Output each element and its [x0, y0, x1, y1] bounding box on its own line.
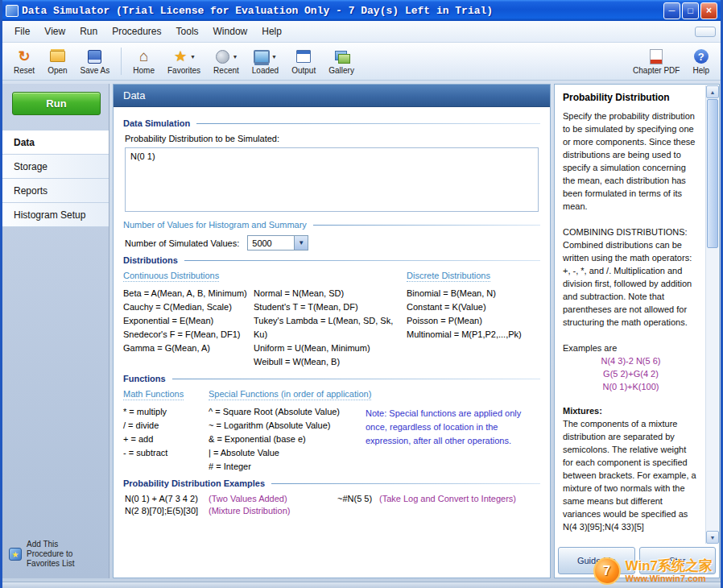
num-simulated-values-label: Number of Simulated Values: — [125, 238, 239, 248]
reset-label: Reset — [14, 66, 35, 75]
toolbar-grip[interactable] — [695, 27, 716, 37]
main-body: Data Simulation Probability Distribution… — [114, 107, 550, 578]
recent-icon — [214, 48, 230, 64]
content-area: Run Data Storage Reports Histogram Setup… — [2, 81, 721, 582]
scroll-up-button[interactable]: ▲ — [706, 85, 719, 98]
distribution-item: Binomial = B(Mean, N) — [407, 287, 540, 300]
section-data-simulation: Data Simulation — [123, 118, 540, 128]
loaded-dropdown-icon[interactable]: ▼ — [271, 54, 277, 60]
close-icon: × — [706, 5, 712, 16]
help-example: N(0 1)+K(100) — [563, 380, 699, 393]
title-bar: Data Simulator (Trial License for Evalua… — [2, 0, 721, 21]
continuous-distributions-heading: Continuous Distributions — [123, 271, 219, 282]
run-button[interactable]: Run — [12, 92, 101, 115]
num-values-dropdown[interactable]: 5000 ▼ — [247, 235, 308, 251]
save-as-label: Save As — [81, 66, 110, 75]
special-function-item: # = Integer — [209, 460, 366, 474]
help-paragraph: Combined distributions can be written us… — [563, 238, 699, 329]
continuous-col-1: Beta = A(Mean, A, B, Minimum) Cauchy = C… — [123, 287, 254, 369]
watermark-url: Www.Winwin7.com — [626, 574, 713, 584]
help-combining-heading: COMBINING DISTRIBUTIONS: — [563, 226, 699, 238]
help-content: Probability Distribution Specify the pro… — [555, 85, 705, 544]
scroll-down-icon: ▼ — [710, 535, 716, 540]
open-button[interactable]: Open — [41, 44, 73, 78]
save-as-button[interactable]: Save As — [74, 44, 117, 78]
reset-button[interactable]: ↻ Reset — [7, 44, 41, 78]
sidebar-item-data[interactable]: Data — [2, 130, 109, 155]
special-function-item: ^ = Square Root (Absolute Value) — [209, 405, 366, 419]
menu-window[interactable]: Window — [206, 23, 255, 40]
math-functions-heading: Math Functions — [123, 389, 184, 400]
special-function-item: ~ = Logarithm (Absolute Value) — [209, 419, 366, 433]
menu-run[interactable]: Run — [72, 23, 105, 40]
scroll-down-button[interactable]: ▼ — [706, 531, 719, 544]
gallery-label: Gallery — [328, 66, 354, 75]
distribution-item: Tukey's Lambda = L(Mean, SD, Sk, Ku) — [254, 314, 407, 342]
dropdown-arrow-button[interactable]: ▼ — [294, 236, 308, 250]
output-window-icon — [295, 48, 312, 64]
help-panel: Probability Distribution Specify the pro… — [554, 84, 720, 578]
maximize-icon: □ — [688, 6, 693, 15]
math-function-item: / = divide — [123, 419, 209, 433]
loaded-button[interactable]: ▼ Loaded — [246, 44, 285, 78]
watermark: 7 Win7系统之家 Www.Winwin7.com — [593, 557, 713, 585]
num-values-selected: 5000 — [248, 238, 294, 248]
sidebar-item-reports[interactable]: Reports — [2, 179, 109, 203]
home-button[interactable]: ⌂ Home — [126, 44, 161, 78]
sidebar-item-histogram-setup[interactable]: Histogram Setup — [2, 203, 109, 227]
window-title: Data Simulator (Trial License for Evalua… — [22, 5, 660, 17]
favorites-shortcut-icon: ★ — [9, 548, 22, 561]
sidebar-item-storage[interactable]: Storage — [2, 155, 109, 179]
toolbar: ↻ Reset Open Save As ⌂ Home ★▼ Favorites… — [2, 43, 721, 81]
menu-bar: File View Run Procedures Tools Window He… — [2, 21, 721, 43]
save-icon — [87, 48, 103, 64]
distribution-item: Beta = A(Mean, A, B, Minimum) — [123, 287, 254, 300]
help-example: G(5 2)+G(4 2) — [563, 367, 699, 380]
distribution-item: Cauchy = C(Median, Scale) — [123, 300, 254, 314]
toolbar-separator — [121, 48, 122, 75]
loaded-monitor-icon — [254, 48, 270, 64]
close-button[interactable]: × — [700, 2, 717, 19]
menu-procedures[interactable]: Procedures — [105, 23, 168, 40]
scrollbar-thumb[interactable] — [707, 99, 718, 248]
section-distributions: Distributions — [123, 255, 540, 265]
menu-view[interactable]: View — [37, 23, 72, 40]
recent-button[interactable]: ▼ Recent — [207, 44, 246, 78]
example-code: ~#N(5 5) — [337, 494, 379, 503]
maximize-button[interactable]: □ — [682, 2, 699, 19]
distribution-input[interactable]: N(0 1) — [125, 147, 539, 212]
recent-dropdown-icon[interactable]: ▼ — [232, 54, 238, 60]
menu-tools[interactable]: Tools — [169, 23, 206, 40]
section-functions: Functions — [123, 374, 540, 383]
help-example: N(4 3)-2 N(5 6) — [563, 354, 699, 367]
functions-table: * = multiply / = divide + = add - = subt… — [123, 405, 540, 474]
main-panel: Data Data Simulation Probability Distrib… — [113, 84, 551, 578]
discrete-col: Binomial = B(Mean, N) Constant = K(Value… — [407, 287, 540, 369]
page-title: Data — [114, 85, 550, 107]
math-function-item: * = multiply — [123, 405, 209, 419]
home-label: Home — [133, 66, 155, 75]
watermark-logo-icon: 7 — [593, 557, 621, 585]
help-scrollbar[interactable]: ▲ ▼ — [705, 85, 718, 544]
favorites-label: Favorites — [167, 66, 200, 75]
example-desc: (Take Log and Convert to Integers) — [379, 494, 540, 503]
add-to-favorites-shortcut[interactable]: ★ Add This Procedure to Favorites List — [9, 540, 105, 569]
output-button[interactable]: Output — [285, 44, 322, 78]
pdf-document-icon — [648, 48, 664, 64]
chevron-down-icon: ▼ — [298, 239, 304, 246]
favorites-dropdown-icon[interactable]: ▼ — [190, 54, 196, 60]
menu-file[interactable]: File — [7, 23, 37, 40]
example-desc: (Two Values Added) — [209, 494, 337, 503]
favorites-button[interactable]: ★▼ Favorites — [161, 44, 207, 78]
distribution-item: Weibull = W(Mean, B) — [254, 355, 407, 369]
favorites-shortcut-label: Add This Procedure to Favorites List — [27, 540, 74, 569]
menu-help[interactable]: Help — [254, 23, 289, 40]
chapter-pdf-button[interactable]: Chapter PDF — [626, 44, 686, 78]
help-button[interactable]: ? Help — [686, 44, 716, 78]
discrete-distributions-heading: Discrete Distributions — [407, 271, 490, 282]
distribution-item: Snedecor's F = F(Mean, DF1) — [123, 328, 254, 342]
minimize-button[interactable]: ─ — [663, 2, 680, 19]
gallery-button[interactable]: Gallery — [322, 44, 361, 78]
distribution-item: Student's T = T(Mean, DF) — [254, 300, 407, 314]
app-icon — [6, 5, 19, 17]
